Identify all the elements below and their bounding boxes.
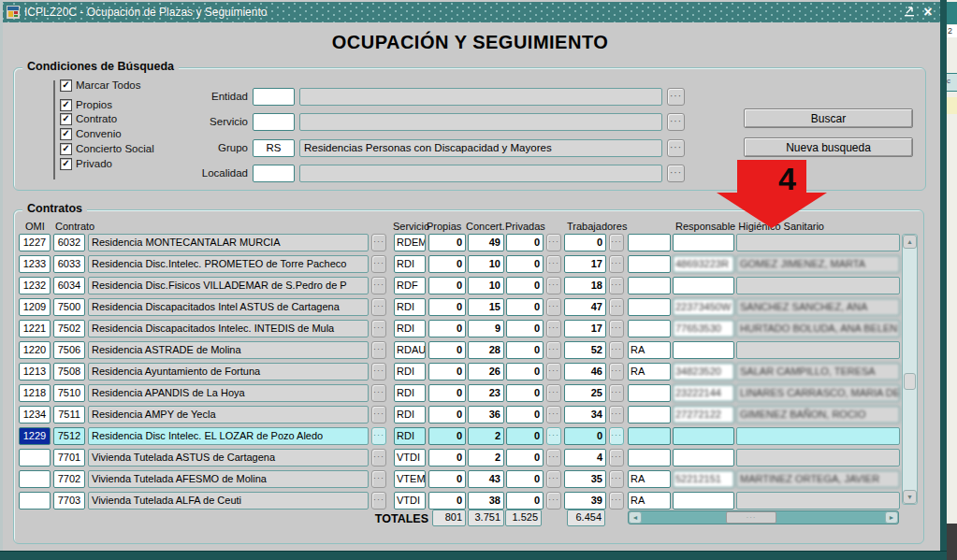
concert-cell[interactable]: 28 bbox=[468, 341, 504, 359]
propias-cell[interactable]: 0 bbox=[428, 320, 466, 337]
responsable-nombre-cell[interactable] bbox=[736, 449, 900, 467]
servicio-lov-button[interactable]: ··· bbox=[667, 113, 685, 131]
responsable-nombre-cell[interactable] bbox=[736, 492, 900, 510]
responsable-nombre-cell[interactable] bbox=[736, 427, 900, 445]
trabajadores-cell[interactable]: 4 bbox=[564, 449, 606, 467]
concert-cell[interactable]: 49 bbox=[468, 234, 504, 251]
checkbox-contrato[interactable]: ✓Contrato bbox=[60, 112, 117, 125]
responsable-nombre-cell[interactable] bbox=[736, 341, 900, 359]
privadas-lov-button[interactable]: ··· bbox=[546, 384, 561, 402]
descripcion-lov-button[interactable]: ··· bbox=[371, 427, 386, 445]
scroll-down-icon[interactable]: ▼ bbox=[903, 490, 917, 504]
vertical-scroll-thumb[interactable] bbox=[904, 373, 916, 390]
buscar-button[interactable]: Buscar bbox=[744, 108, 913, 128]
privadas-cell[interactable]: 0 bbox=[506, 470, 544, 488]
checkbox-convenio[interactable]: ✓Convenio bbox=[60, 127, 122, 140]
propias-cell[interactable]: 0 bbox=[428, 449, 466, 467]
concert-cell[interactable]: 15 bbox=[468, 298, 504, 316]
checkbox-marcar-todos[interactable]: ✓Marcar Todos bbox=[60, 79, 140, 92]
responsable-id-cell[interactable]: 77653530 bbox=[673, 320, 734, 337]
concert-cell[interactable]: 9 bbox=[468, 320, 504, 337]
concert-cell[interactable]: 26 bbox=[468, 363, 504, 381]
ra-cell[interactable] bbox=[628, 320, 671, 337]
trabajadores-lov-button[interactable]: ··· bbox=[609, 234, 624, 251]
privadas-lov-button[interactable]: ··· bbox=[546, 427, 561, 445]
contrato-cell[interactable]: 7701 bbox=[53, 449, 85, 467]
responsable-nombre-cell[interactable]: SALAR CAMPILLO, TERESA bbox=[736, 363, 900, 381]
servicio-cell[interactable]: RDI bbox=[394, 298, 426, 316]
descripcion-cell[interactable]: Residencia MONTECANTALAR MURCIA bbox=[88, 234, 369, 251]
ra-cell[interactable] bbox=[628, 406, 671, 424]
trabajadores-lov-button[interactable]: ··· bbox=[609, 320, 624, 337]
responsable-nombre-cell[interactable] bbox=[736, 277, 900, 294]
privadas-cell[interactable]: 0 bbox=[506, 255, 544, 273]
responsable-id-cell[interactable] bbox=[673, 427, 734, 445]
concert-cell[interactable]: 10 bbox=[468, 255, 504, 273]
trabajadores-lov-button[interactable]: ··· bbox=[609, 255, 624, 273]
descripcion-cell[interactable]: Residencia Disc Intelec. EL LOZAR de Poz… bbox=[88, 427, 369, 445]
privadas-lov-button[interactable]: ··· bbox=[546, 449, 561, 467]
omi-cell[interactable]: 1218 bbox=[19, 384, 51, 402]
servicio-cell[interactable]: RDI bbox=[394, 320, 426, 337]
trabajadores-lov-button[interactable]: ··· bbox=[609, 277, 624, 294]
omi-cell[interactable]: 1234 bbox=[19, 406, 51, 424]
servicio-cell[interactable]: RDF bbox=[394, 277, 426, 294]
omi-cell[interactable]: 1221 bbox=[19, 320, 51, 337]
checkbox-propios[interactable]: ✓Propios bbox=[60, 98, 112, 111]
trabajadores-cell[interactable]: 34 bbox=[564, 406, 606, 424]
propias-cell[interactable]: 0 bbox=[428, 277, 466, 294]
ra-cell[interactable] bbox=[628, 277, 671, 294]
omi-cell[interactable]: 1220 bbox=[19, 341, 51, 359]
responsable-nombre-cell[interactable]: HURTADO BOLUDA, ANA BELEN bbox=[736, 320, 900, 337]
descripcion-lov-button[interactable]: ··· bbox=[371, 406, 386, 424]
descripcion-cell[interactable]: Residencia AMPY de Yecla bbox=[88, 406, 369, 424]
descripcion-cell[interactable]: Residencia ASTRADE de Molina bbox=[88, 341, 369, 359]
trabajadores-lov-button[interactable]: ··· bbox=[609, 470, 624, 488]
descripcion-cell[interactable]: Residencia Disc.Intelec. PROMETEO de Tor… bbox=[88, 255, 369, 273]
privadas-lov-button[interactable]: ··· bbox=[546, 277, 561, 294]
descripcion-cell[interactable]: Vivienda Tutelada AFESMO de Molina bbox=[88, 470, 369, 488]
omi-cell[interactable]: 1209 bbox=[19, 298, 51, 316]
contrato-cell[interactable]: 7703 bbox=[53, 492, 85, 510]
concert-cell[interactable]: 2 bbox=[468, 427, 504, 445]
ra-cell[interactable] bbox=[628, 234, 671, 251]
privadas-cell[interactable]: 0 bbox=[506, 277, 544, 294]
privadas-lov-button[interactable]: ··· bbox=[546, 298, 561, 316]
responsable-nombre-cell[interactable]: SANCHEZ SANCHEZ, ANA bbox=[736, 298, 900, 316]
descripcion-cell[interactable]: Residencia Ayuntamiento de Fortuna bbox=[88, 363, 369, 381]
servicio-cell[interactable]: RDI bbox=[394, 255, 426, 273]
privadas-cell[interactable]: 0 bbox=[506, 363, 544, 381]
propias-cell[interactable]: 0 bbox=[428, 406, 466, 424]
descripcion-cell[interactable]: Vivienda Tutelada ALFA de Ceuti bbox=[88, 492, 369, 510]
propias-cell[interactable]: 0 bbox=[428, 341, 466, 359]
privadas-lov-button[interactable]: ··· bbox=[546, 470, 561, 488]
localidad-lov-button[interactable]: ··· bbox=[667, 165, 685, 182]
descripcion-lov-button[interactable]: ··· bbox=[371, 320, 386, 337]
descripcion-lov-button[interactable]: ··· bbox=[371, 449, 386, 467]
trabajadores-lov-button[interactable]: ··· bbox=[609, 427, 624, 445]
descripcion-lov-button[interactable]: ··· bbox=[371, 255, 386, 273]
privadas-cell[interactable]: 0 bbox=[506, 492, 544, 510]
responsable-id-cell[interactable] bbox=[673, 449, 734, 467]
entidad-code-input[interactable] bbox=[253, 88, 295, 106]
contrato-cell[interactable]: 7500 bbox=[53, 298, 85, 316]
descripcion-lov-button[interactable]: ··· bbox=[371, 470, 386, 488]
ra-cell[interactable]: RA bbox=[628, 341, 671, 359]
ra-cell[interactable]: RA bbox=[628, 470, 671, 488]
servicio-cell[interactable]: RDI bbox=[394, 363, 426, 381]
descripcion-cell[interactable]: Residencia Discapacitados Intel ASTUS de… bbox=[88, 298, 369, 316]
contrato-cell[interactable]: 7511 bbox=[53, 406, 85, 424]
propias-cell[interactable]: 0 bbox=[428, 384, 466, 402]
concert-cell[interactable]: 43 bbox=[468, 470, 504, 488]
trabajadores-lov-button[interactable]: ··· bbox=[609, 406, 624, 424]
descripcion-lov-button[interactable]: ··· bbox=[371, 363, 386, 381]
omi-cell[interactable]: 1233 bbox=[19, 255, 51, 273]
trabajadores-cell[interactable]: 46 bbox=[564, 363, 606, 381]
ra-cell[interactable] bbox=[628, 298, 671, 316]
responsable-nombre-cell[interactable]: GOMEZ JIMENEZ, MARTA bbox=[736, 255, 900, 273]
responsable-id-cell[interactable]: 48693223R bbox=[673, 255, 734, 273]
responsable-id-cell[interactable] bbox=[673, 341, 734, 359]
window-titlebar[interactable]: ICPLZ20C - Ocupación de Plazas y Seguimi… bbox=[3, 2, 940, 22]
responsable-nombre-cell[interactable] bbox=[736, 234, 900, 251]
trabajadores-cell[interactable]: 52 bbox=[564, 341, 606, 359]
